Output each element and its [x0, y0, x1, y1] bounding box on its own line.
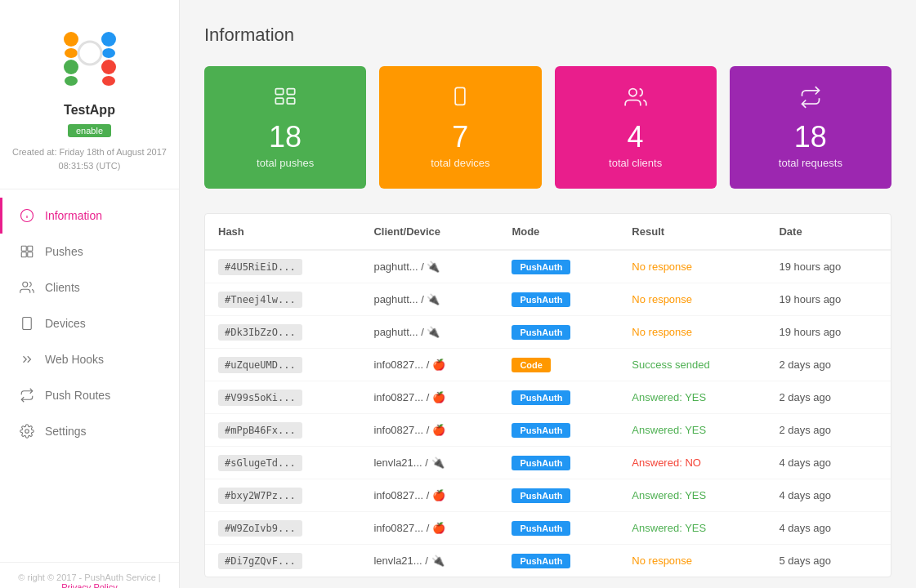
cell-client-device: paghutt... / 🔌 — [360, 283, 498, 316]
sidebar-item-information[interactable]: Information — [0, 198, 179, 234]
stat-number-requests: 18 — [794, 122, 827, 152]
svg-point-1 — [64, 32, 78, 47]
mode-badge: PushAuth — [512, 488, 570, 503]
sidebar-item-information-label: Information — [45, 209, 102, 222]
table-row[interactable]: #V99s5oKi... info0827... / 🍎 PushAuth An… — [205, 381, 891, 414]
cell-result: Answered: YES — [619, 381, 766, 414]
cell-client-device: lenvla21... / 🔌 — [360, 545, 498, 577]
settings-icon — [19, 423, 35, 439]
cell-hash: #mPpB46Fx... — [205, 414, 360, 447]
devices-card-icon — [449, 86, 471, 114]
svg-rect-13 — [21, 246, 26, 251]
svg-rect-14 — [28, 246, 33, 251]
stat-card-clients: 4 total clients — [555, 66, 717, 189]
svg-point-17 — [23, 282, 28, 287]
result-text: Answered: YES — [632, 489, 706, 501]
table-row[interactable]: #mPpB46Fx... info0827... / 🍎 PushAuth An… — [205, 414, 891, 447]
enable-badge: enable — [68, 124, 111, 137]
result-text: Answered: YES — [632, 522, 706, 534]
cell-result: No response — [619, 545, 766, 577]
stat-label-devices: total devices — [431, 157, 489, 169]
page-title: Information — [204, 24, 891, 46]
svg-rect-23 — [275, 98, 283, 104]
table-row[interactable]: #sGlugeTd... lenvla21... / 🔌 PushAuth An… — [205, 447, 891, 479]
cell-result: No response — [619, 283, 766, 316]
cell-client-device: lenvla21... / 🔌 — [360, 447, 498, 479]
svg-rect-22 — [287, 89, 294, 95]
cell-mode: PushAuth — [498, 545, 619, 577]
col-result: Result — [619, 214, 766, 250]
sidebar-item-pushes-label: Pushes — [45, 245, 83, 258]
cell-client-device: info0827... / 🍎 — [360, 349, 498, 381]
cell-hash: #uZqueUMD... — [205, 349, 360, 381]
cell-hash: #Di7gZQvF... — [205, 545, 360, 577]
hash-badge: #Dk3IbZzO... — [218, 324, 302, 341]
devices-icon — [19, 315, 35, 332]
svg-point-20 — [25, 430, 29, 434]
table-row[interactable]: #Tneej4lw... paghutt... / 🔌 PushAuth No … — [205, 283, 891, 316]
footer-privacy-link[interactable]: Privacy Policy — [61, 582, 117, 588]
col-date: Date — [766, 214, 891, 250]
stat-card-pushes: 18 total pushes — [204, 66, 366, 189]
mode-badge: PushAuth — [512, 390, 570, 405]
push-routes-icon — [19, 387, 35, 403]
result-text: No response — [632, 293, 692, 305]
mode-badge: PushAuth — [512, 554, 570, 568]
sidebar-item-webhooks[interactable]: Web Hooks — [0, 341, 179, 377]
hash-badge: #mPpB46Fx... — [218, 422, 302, 439]
webhooks-icon — [19, 351, 35, 368]
cell-client-device: info0827... / 🍎 — [360, 512, 498, 545]
app-logo — [53, 16, 127, 103]
sidebar-item-devices[interactable]: Devices — [0, 305, 179, 341]
cell-result: Success sended — [619, 349, 766, 381]
cell-client-device: paghutt... / 🔌 — [360, 250, 498, 283]
data-table: Hash Client/Device Mode Result Date #4U5… — [205, 214, 891, 577]
svg-point-4 — [102, 48, 115, 58]
table-row[interactable]: #bxy2W7Pz... info0827... / 🍎 PushAuth An… — [205, 479, 891, 512]
cell-result: Answered: YES — [619, 512, 766, 545]
cell-mode: PushAuth — [498, 414, 619, 447]
hash-badge: #sGlugeTd... — [218, 455, 302, 471]
requests-card-icon — [799, 86, 822, 114]
table-row[interactable]: #Di7gZQvF... lenvla21... / 🔌 PushAuth No… — [205, 545, 891, 577]
svg-rect-15 — [21, 252, 26, 257]
result-text: Answered: YES — [632, 424, 706, 436]
cell-mode: PushAuth — [498, 479, 619, 512]
table-header-row: Hash Client/Device Mode Result Date — [205, 214, 891, 250]
pushes-icon — [19, 243, 35, 260]
hash-badge: #bxy2W7Pz... — [218, 488, 302, 504]
stat-number-pushes: 18 — [269, 122, 302, 152]
sidebar-item-settings[interactable]: Settings — [0, 413, 179, 449]
svg-point-5 — [64, 60, 78, 74]
result-text: No response — [632, 261, 692, 273]
cell-hash: #4U5RiEiD... — [205, 250, 360, 283]
stat-cards: 18 total pushes 7 total devices — [204, 66, 891, 189]
col-hash: Hash — [205, 214, 360, 250]
table-row[interactable]: #W9ZoIvb9... info0827... / 🍎 PushAuth An… — [205, 512, 891, 545]
sidebar-item-webhooks-label: Web Hooks — [45, 353, 104, 366]
sidebar-item-push-routes[interactable]: Push Routes — [0, 377, 179, 413]
stat-card-devices: 7 total devices — [379, 66, 541, 189]
svg-point-8 — [102, 76, 115, 86]
cell-result: Answered: NO — [619, 447, 766, 479]
mode-badge: PushAuth — [512, 423, 570, 438]
cell-result: Answered: YES — [619, 479, 766, 512]
cell-date: 19 hours ago — [766, 283, 891, 316]
cell-client-device: info0827... / 🍎 — [360, 479, 498, 512]
mode-badge: PushAuth — [512, 456, 570, 470]
info-icon — [19, 207, 35, 224]
cell-date: 4 days ago — [766, 512, 891, 545]
svg-rect-24 — [287, 98, 294, 104]
sidebar-item-clients[interactable]: Clients — [0, 270, 179, 305]
table-row[interactable]: #4U5RiEiD... paghutt... / 🔌 PushAuth No … — [205, 250, 891, 283]
svg-rect-16 — [28, 252, 33, 257]
mode-badge: PushAuth — [512, 325, 570, 340]
cell-result: No response — [619, 316, 766, 349]
sidebar-item-pushes[interactable]: Pushes — [0, 234, 179, 270]
table-row[interactable]: #Dk3IbZzO... paghutt... / 🔌 PushAuth No … — [205, 316, 891, 349]
pushes-card-icon — [274, 86, 297, 114]
stat-number-clients: 4 — [628, 122, 644, 152]
table-section: Hash Client/Device Mode Result Date #4U5… — [204, 213, 891, 577]
col-mode: Mode — [498, 214, 619, 250]
table-row[interactable]: #uZqueUMD... info0827... / 🍎 Code Succes… — [205, 349, 891, 381]
